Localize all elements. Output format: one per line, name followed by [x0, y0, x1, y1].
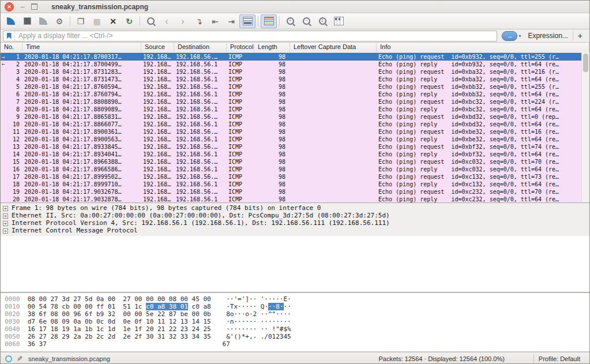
packet-cell-no: 7	[1, 98, 22, 106]
packet-row[interactable]: 132020-01-18 04:21:17.8933845…192.168…19…	[1, 143, 589, 151]
packet-cell-dst: 192.168.56.1	[174, 151, 227, 158]
window-minimize-button[interactable]: –	[20, 4, 25, 10]
packet-cell-len: 98	[254, 54, 290, 61]
packet-cell-leftover	[290, 136, 377, 143]
packet-row[interactable]: 192020-01-18 04:21:17.9032678…192.168…19…	[1, 188, 589, 196]
stop-capture-button[interactable]	[19, 14, 35, 28]
packet-row[interactable]: 182020-01-18 04:21:17.8999710…192.168…19…	[1, 181, 589, 188]
packet-row[interactable]: 112020-01-18 04:21:17.8900361…192.168…19…	[1, 128, 589, 136]
expression-button[interactable]: Expression...	[523, 32, 572, 40]
expand-icon[interactable]: +	[3, 228, 8, 234]
hex-row[interactable]: 0010 00 54 78 cb 00 00 ff 01 51 1c c0 a8…	[1, 303, 589, 310]
hex-row[interactable]: 0020 38 6f 08 00 96 6f b9 32 00 00 5e 22…	[1, 310, 589, 318]
packet-row[interactable]: 92020-01-18 04:21:17.8865831…192.168…192…	[1, 113, 589, 121]
capture-comment-icon[interactable]: ✎	[17, 355, 22, 363]
packet-row[interactable]: 2←2020-01-18 04:21:17.8700499…192.168…19…	[1, 61, 589, 68]
packet-bytes-pane: 0000 08 00 27 3d 27 5d 0a 00 27 00 00 00…	[1, 292, 589, 352]
auto-scroll-toggle[interactable]	[239, 14, 255, 28]
zoom-in-icon: +	[287, 17, 294, 25]
filter-history-dropdown[interactable]: ▾	[518, 33, 521, 39]
column-header[interactable]: Info	[377, 43, 589, 52]
packet-cell-len: 98	[254, 166, 290, 173]
colorize-toggle[interactable]	[261, 14, 277, 28]
column-header[interactable]: Leftover Capture Data	[290, 43, 377, 52]
packet-row[interactable]: 102020-01-18 04:21:17.8866077…192.168…19…	[1, 121, 589, 128]
packet-cell-info: Echo (ping) request id=0xc132, seq=0/0, …	[377, 173, 589, 181]
packet-cell-dst: 192.168.56.…	[174, 98, 227, 106]
filter-bookmark-button[interactable]	[3, 31, 15, 41]
expand-icon[interactable]: +	[3, 213, 8, 219]
go-last-packet-button[interactable]: ⇥	[223, 14, 239, 28]
window-maximize-button[interactable]	[31, 3, 37, 10]
apply-filter-button[interactable]: →	[502, 31, 517, 41]
packet-cell-proto: ICMP	[227, 173, 254, 181]
packet-row[interactable]: 72020-01-18 04:21:17.8808890…192.168…192…	[1, 98, 589, 106]
close-file-button[interactable]: ✕	[105, 14, 121, 28]
packet-cell-src: 192.168…	[141, 61, 174, 68]
hex-row[interactable]: 0000 08 00 27 3d 27 5d 0a 00 27 00 00 00…	[1, 295, 589, 303]
packet-row[interactable]: 1→2020-01-18 04:21:17.8700317…192.168…19…	[1, 53, 589, 61]
scrollbar-thumb[interactable]	[583, 54, 588, 72]
expand-icon[interactable]: +	[3, 221, 8, 226]
detail-tree-row[interactable]: +Ethernet II, Src: 0a:00:27:00:00:00 (0a…	[1, 212, 589, 219]
packet-row[interactable]: 62020-01-18 04:21:17.8760794…192.168…192…	[1, 91, 589, 98]
reload-file-button[interactable]: ↻	[121, 14, 137, 28]
expand-icon[interactable]: +	[3, 206, 8, 211]
packet-row[interactable]: 162020-01-18 04:21:17.8966586…192.168…19…	[1, 166, 589, 173]
detail-tree-row[interactable]: +Internet Control Message Protocol	[1, 227, 589, 234]
packet-row[interactable]: 202020-01-18 04:21:17.9032878…192.168…19…	[1, 196, 589, 203]
packet-cell-info: Echo (ping) reply id=0xc232, seq=0/0, tt…	[377, 196, 589, 203]
start-capture-button[interactable]	[3, 14, 19, 28]
packet-cell-len: 98	[254, 121, 290, 128]
packet-list-scrollbar[interactable]	[581, 52, 589, 202]
packet-cell-time: 2020-01-18 04:21:17.8900361…	[22, 128, 141, 136]
packet-cell-len: 98	[254, 113, 290, 121]
zoom-out-button[interactable]: −	[298, 14, 314, 28]
packet-cell-dst: 192.168.56.…	[174, 83, 227, 91]
column-header[interactable]: Length	[254, 43, 290, 52]
column-header[interactable]: Time	[22, 43, 141, 52]
expert-info-icon[interactable]	[5, 355, 12, 362]
go-to-packet-button[interactable]: ↴	[191, 14, 207, 28]
display-filter-input[interactable]: Apply a display filter ... <Ctrl-/>	[3, 31, 497, 42]
packet-row[interactable]: 32020-01-18 04:21:17.8731283…192.168…192…	[1, 68, 589, 76]
hex-row[interactable]: 0030 d7 6e 08 09 0a 0b 0c 0d 0e 0f 10 11…	[1, 318, 589, 325]
save-file-button[interactable]: ▦	[89, 14, 105, 28]
go-first-packet-button[interactable]: ⇤	[207, 14, 223, 28]
packet-row[interactable]: 52020-01-18 04:21:17.8760594…192.168…192…	[1, 83, 589, 91]
packet-row[interactable]: 142020-01-18 04:21:17.8934041…192.168…19…	[1, 151, 589, 158]
zoom-in-button[interactable]: +	[282, 14, 298, 28]
capture-options-button[interactable]: ⚙	[51, 14, 67, 28]
column-header[interactable]: No.	[1, 43, 22, 52]
packet-cell-proto: ICMP	[227, 68, 254, 76]
add-filter-button[interactable]: +	[573, 31, 587, 40]
status-profile[interactable]: Profile: Default	[533, 354, 585, 363]
packet-row[interactable]: 42020-01-18 04:21:17.8731473…192.168…192…	[1, 76, 589, 83]
resize-columns-button[interactable]	[330, 14, 347, 28]
window-close-button[interactable]: ✕	[5, 2, 14, 12]
column-header[interactable]: Source	[141, 43, 174, 52]
detail-tree-row[interactable]: +Frame 1: 98 bytes on wire (784 bits), 9…	[1, 204, 589, 212]
find-packet-button[interactable]	[142, 14, 159, 28]
packet-row[interactable]: 82020-01-18 04:21:17.8809089…192.168…192…	[1, 106, 589, 113]
go-forward-button[interactable]: ›	[175, 14, 191, 28]
packet-cell-src: 192.168…	[141, 151, 174, 158]
detail-tree-row[interactable]: +Internet Protocol Version 4, Src: 192.1…	[1, 219, 589, 227]
hex-row[interactable]: 0060 36 37 67	[1, 340, 589, 348]
restart-capture-icon	[39, 17, 47, 25]
toolbar-separator	[140, 16, 140, 26]
open-file-button[interactable]: ❐	[73, 14, 89, 28]
packet-row[interactable]: 152020-01-18 04:21:17.8966388…192.168…19…	[1, 158, 589, 166]
restart-capture-button[interactable]	[35, 14, 51, 28]
hex-row[interactable]: 0040 16 17 18 19 1a 1b 1c 1d 1e 1f 20 21…	[1, 325, 589, 333]
column-header[interactable]: Destination	[174, 43, 227, 52]
go-back-button[interactable]: ‹	[159, 14, 175, 28]
packet-row[interactable]: 122020-01-18 04:21:17.8900563…192.168…19…	[1, 136, 589, 143]
last-packet-icon: ⇥	[228, 17, 235, 26]
hex-row[interactable]: 0050 26 27 28 29 2a 2b 2c 2d 2e 2f 30 31…	[1, 333, 589, 340]
zoom-original-button[interactable]: 1	[314, 14, 330, 28]
column-header[interactable]: Protocol	[227, 43, 254, 52]
packet-cell-len: 98	[254, 181, 290, 188]
packet-cell-time: 2020-01-18 04:21:17.8700317…	[22, 54, 141, 61]
packet-row[interactable]: 172020-01-18 04:21:17.8999502…192.168…19…	[1, 173, 589, 181]
